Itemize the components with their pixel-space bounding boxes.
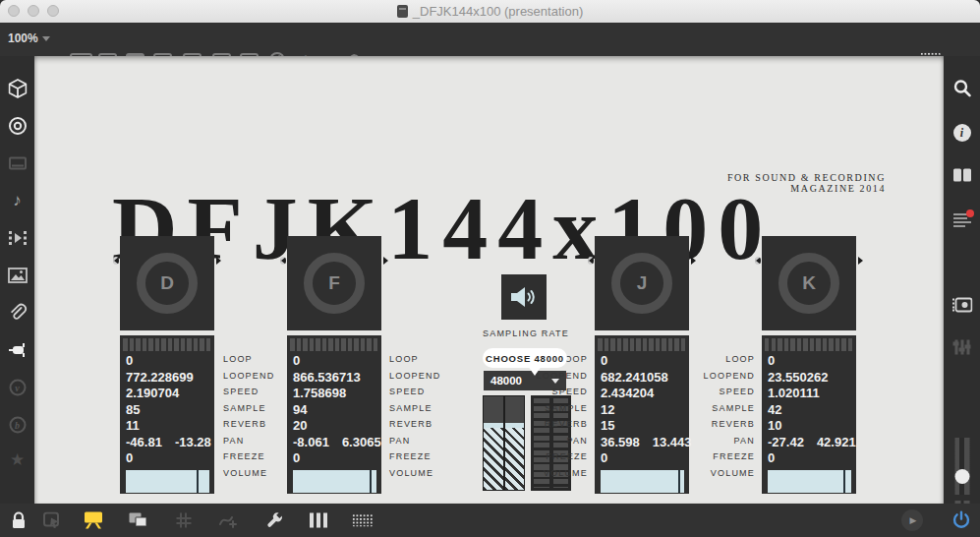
channel-letter: D xyxy=(160,272,174,294)
vignette-circle-v-icon[interactable]: v xyxy=(9,380,26,396)
volume-slider[interactable] xyxy=(126,470,209,493)
speed-value[interactable]: 2.190704 xyxy=(126,386,211,402)
audio-power-button[interactable] xyxy=(951,509,972,531)
plug-icon[interactable] xyxy=(8,341,28,359)
zoom-level-control[interactable]: 100% xyxy=(8,31,50,45)
inspector-info-icon[interactable]: i xyxy=(953,124,971,142)
channel-letter: K xyxy=(802,272,816,294)
select-arrow-icon[interactable] xyxy=(43,512,61,529)
audio-output-button[interactable] xyxy=(501,274,547,320)
top-toolbar: 100% m × ▶ + xyxy=(0,23,980,56)
multislider-display[interactable] xyxy=(483,395,525,491)
favorites-star-icon[interactable]: ★ xyxy=(10,449,25,470)
volume-slider[interactable] xyxy=(768,470,851,493)
reverb-value[interactable]: 11 xyxy=(126,418,211,435)
segment-bar[interactable] xyxy=(290,338,378,351)
dial-tick-right-icon xyxy=(383,257,388,265)
choose-rate-message[interactable]: CHOOSE 48000 xyxy=(483,348,567,368)
image-picture-icon[interactable] xyxy=(8,268,28,283)
speed-value[interactable]: 1.020111 xyxy=(768,386,853,402)
panel-dim-icon[interactable] xyxy=(9,157,27,170)
lock-icon[interactable] xyxy=(12,511,27,529)
mixer-bars-icon[interactable] xyxy=(310,513,327,528)
channel-dial[interactable]: F xyxy=(304,253,365,314)
package-cube-icon[interactable] xyxy=(8,79,27,98)
wrench-icon[interactable] xyxy=(266,511,284,529)
rate-dropdown-value: 48000 xyxy=(490,375,522,387)
patch-cords-icon[interactable] xyxy=(218,511,238,529)
master-volume-knob[interactable] xyxy=(954,469,969,484)
channel-dial[interactable]: K xyxy=(778,253,839,314)
channel-strip: J 0 682.241058 2.434204 12 15 36.59813.4… xyxy=(595,236,689,494)
bottom-toolbar: ▶ xyxy=(0,504,980,537)
volume-slider-handle[interactable] xyxy=(197,470,199,493)
patcher-doc-icon xyxy=(397,5,408,18)
loop-value[interactable]: 0 xyxy=(768,353,853,370)
audio-note-icon[interactable]: ♪ xyxy=(13,191,22,210)
key-grid-icon[interactable] xyxy=(352,514,374,527)
channel-dial[interactable]: J xyxy=(611,253,672,314)
param-labels: LOOPLOOPENDSPEEDSAMPLEREVERBPANFREEZEVOL… xyxy=(223,351,292,481)
pan-values[interactable]: -46.81-13.28 xyxy=(126,435,211,451)
console-list-icon[interactable] xyxy=(953,213,971,227)
loop-value[interactable]: 0 xyxy=(601,353,686,370)
dial-tick-left-icon xyxy=(113,257,119,265)
reverb-value[interactable]: 20 xyxy=(293,418,378,435)
reverb-value[interactable]: 15 xyxy=(601,418,686,435)
grid-icon[interactable] xyxy=(177,513,192,528)
presentation-easel-icon[interactable] xyxy=(83,511,104,530)
beap-circle-b-icon[interactable]: b xyxy=(9,417,26,434)
pan-values[interactable]: 36.59813.443 xyxy=(601,435,686,451)
master-volume-track[interactable] xyxy=(954,438,969,495)
channel-value-panel: 0 772.228699 2.190704 85 11 -46.81-13.28… xyxy=(120,335,214,494)
sample-value[interactable]: 42 xyxy=(768,402,853,419)
volume-slider[interactable] xyxy=(601,470,684,493)
reverb-value[interactable]: 10 xyxy=(768,418,853,435)
target-record-icon[interactable] xyxy=(8,116,28,136)
channel-dial-panel: J xyxy=(595,236,689,330)
audio-play-button[interactable]: ▶ xyxy=(901,509,923,531)
video-film-icon[interactable] xyxy=(8,229,28,247)
loopend-value[interactable]: 772.228699 xyxy=(126,370,211,387)
freeze-value[interactable]: 0 xyxy=(293,450,378,467)
param-labels: LOOPLOOPENDSPEEDSAMPLEREVERBPANFREEZEVOL… xyxy=(694,351,755,481)
segment-bar[interactable] xyxy=(598,338,686,351)
max-patcher-window: _DFJK144x100 (presentation) 100% m × ▶ + xyxy=(0,0,980,537)
volume-slider[interactable] xyxy=(293,470,376,493)
volume-slider-handle[interactable] xyxy=(370,470,372,493)
loopend-value[interactable]: 682.241058 xyxy=(601,370,686,387)
loopend-value[interactable]: 866.536713 xyxy=(293,370,378,387)
channel-value-panel: 0 866.536713 1.758698 94 20 -8.0616.3065… xyxy=(287,335,381,494)
pan-values[interactable]: -8.0616.3065 xyxy=(293,435,378,451)
attachment-clip-icon[interactable] xyxy=(8,303,28,323)
channel-dial-panel: K xyxy=(762,236,856,330)
loopend-value[interactable]: 23.550262 xyxy=(768,370,853,387)
speed-value[interactable]: 1.758698 xyxy=(293,386,378,402)
segment-bar[interactable] xyxy=(123,338,211,351)
mixer-faders-icon[interactable] xyxy=(954,340,969,355)
zoom-level-value: 100% xyxy=(8,31,38,45)
pan-values[interactable]: -27.4242.921 xyxy=(768,435,853,451)
sample-value[interactable]: 94 xyxy=(293,402,378,419)
volume-slider-handle[interactable] xyxy=(843,470,845,493)
channel-value-panel: 0 682.241058 2.434204 12 15 36.59813.443… xyxy=(595,335,689,494)
reference-book-icon[interactable] xyxy=(953,169,971,182)
speed-value[interactable]: 2.434204 xyxy=(601,386,686,402)
sample-value[interactable]: 85 xyxy=(126,402,211,419)
channel-dial[interactable]: D xyxy=(137,253,198,314)
dial-tick-left-icon xyxy=(280,257,286,265)
loop-value[interactable]: 0 xyxy=(293,353,378,370)
freeze-value[interactable]: 0 xyxy=(126,450,211,467)
snapshot-camera-icon[interactable] xyxy=(951,297,972,314)
channel-value-panel: 0 23.550262 1.020111 42 10 -27.4242.921 … xyxy=(762,335,856,494)
layers-icon[interactable] xyxy=(130,513,148,528)
freeze-value[interactable]: 0 xyxy=(768,450,853,467)
segment-bar[interactable] xyxy=(765,338,853,351)
search-icon[interactable] xyxy=(952,79,972,98)
freeze-value[interactable]: 0 xyxy=(601,450,686,467)
volume-slider-handle[interactable] xyxy=(678,470,680,493)
sample-value[interactable]: 12 xyxy=(601,402,686,419)
loop-value[interactable]: 0 xyxy=(126,353,211,370)
titlebar: _DFJK144x100 (presentation) xyxy=(0,0,980,23)
left-sidebar: ♪ v b ★ xyxy=(0,56,34,504)
